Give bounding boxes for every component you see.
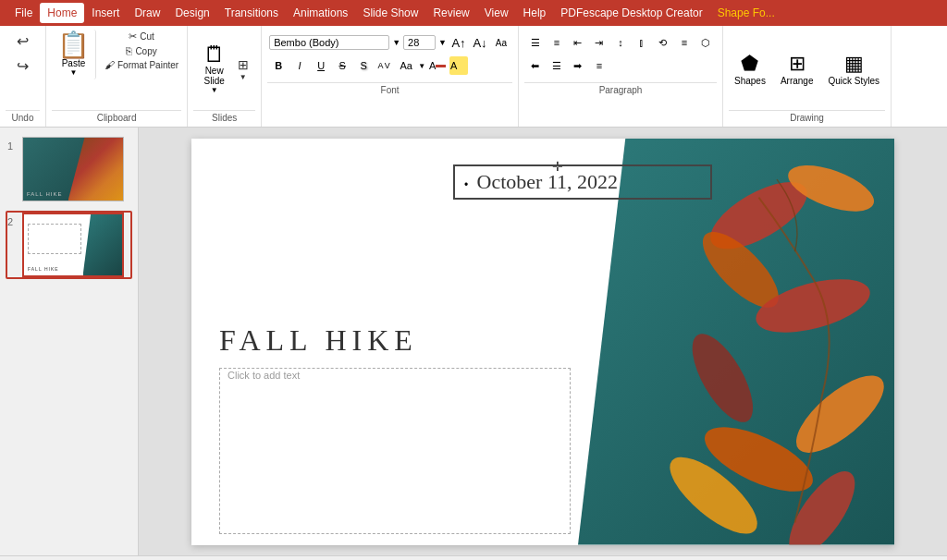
paragraph-row2: ⬅ ☰ ➡ ≡ xyxy=(526,56,715,75)
change-case-dropdown[interactable]: ▼ xyxy=(418,62,425,70)
char-spacing-button[interactable]: AV xyxy=(375,56,394,75)
leaves-decoration xyxy=(578,139,894,545)
slide-thumb-1[interactable]: 1 FALL HIKE xyxy=(6,135,132,203)
drawing-group-label: Drawing xyxy=(729,110,885,123)
menu-animations[interactable]: Animations xyxy=(286,3,355,23)
undo-button[interactable]: ↩ xyxy=(14,30,31,53)
align-right-button[interactable]: ➡ xyxy=(569,56,587,75)
menu-design[interactable]: Design xyxy=(167,3,216,23)
paragraph-row1: ☰ ≡ ⇤ ⇥ ↕ ⫿ ⟲ ≡ ⬡ xyxy=(526,33,715,52)
shadow-button[interactable]: S xyxy=(354,56,373,75)
bold-button[interactable]: B xyxy=(269,56,288,75)
svg-point-4 xyxy=(681,324,765,431)
menu-transitions[interactable]: Transitions xyxy=(217,3,286,23)
text-direction-button[interactable]: ⟲ xyxy=(654,33,672,52)
date-text[interactable]: October 11, 2022 xyxy=(477,170,619,193)
font-group-label: Font xyxy=(267,82,512,95)
increase-indent-button[interactable]: ⇥ xyxy=(590,33,609,52)
decrease-indent-button[interactable]: ⇤ xyxy=(569,33,587,52)
paste-label: Paste xyxy=(62,58,86,68)
quick-styles-button[interactable]: ▦ Quick Styles xyxy=(822,49,885,89)
align-center-button[interactable]: ☰ xyxy=(547,56,566,75)
strikethrough-button[interactable]: S xyxy=(333,56,351,75)
slide-title[interactable]: FALL HIKE xyxy=(219,323,418,358)
numbered-list-button[interactable]: ≡ xyxy=(547,33,566,52)
date-text-box[interactable]: • October 11, 2022 xyxy=(453,164,712,200)
menu-help[interactable]: Help xyxy=(516,3,554,23)
layout-dropdown[interactable]: ▼ xyxy=(240,73,247,81)
quick-styles-icon: ▦ xyxy=(844,52,864,76)
shapes-icon: ⬟ xyxy=(741,52,758,76)
paste-icon: 📋 xyxy=(57,32,90,58)
menu-pdfescape[interactable]: PDFescape Desktop Creator xyxy=(553,3,709,23)
menu-draw[interactable]: Draw xyxy=(127,3,167,23)
text-placeholder: Click to add text xyxy=(220,364,307,386)
undo-group-label: Undo xyxy=(6,110,40,123)
menu-review[interactable]: Review xyxy=(425,3,476,23)
copy-label: Copy xyxy=(135,46,156,56)
font-size-input[interactable] xyxy=(403,35,436,50)
underline-button[interactable]: U xyxy=(312,56,330,75)
slide-thumb-2[interactable]: 2 FALL HIKE xyxy=(6,211,132,279)
text-content-box[interactable]: Click to add text xyxy=(219,368,571,534)
align-text-button[interactable]: ≡ xyxy=(675,33,694,52)
columns-button[interactable]: ⫿ xyxy=(633,33,651,52)
slide-1-image[interactable]: FALL HIKE xyxy=(22,137,124,201)
font-name-row: ▼ ▼ A↑ A↓ Aa xyxy=(269,33,510,52)
paragraph-group-label: Paragraph xyxy=(524,82,717,95)
menu-home[interactable]: Home xyxy=(40,3,84,23)
new-slide-button[interactable]: 🗒 New Slide ▼ xyxy=(198,41,231,97)
canvas-area[interactable]: ✛ • October 11, 2022 FALL HIKE Click to … xyxy=(139,128,947,555)
font-color-button[interactable]: A xyxy=(428,56,447,75)
highlight-color-button[interactable]: A xyxy=(449,56,468,75)
ribbon-group-font: ▼ ▼ A↑ A↓ Aa B I U S S AV Aa ▼ A A xyxy=(262,26,519,127)
slide-2-image[interactable]: FALL HIKE xyxy=(22,213,124,277)
menu-shape-fo[interactable]: Shape Fo... xyxy=(710,3,782,23)
shapes-button[interactable]: ⬟ Shapes xyxy=(729,49,771,89)
cut-button[interactable]: ✂ Cut xyxy=(102,30,181,43)
convert-to-smartart[interactable]: ⬡ xyxy=(696,33,715,52)
justify-button[interactable]: ≡ xyxy=(590,56,609,75)
cut-label: Cut xyxy=(140,31,154,42)
align-left-button[interactable]: ⬅ xyxy=(526,56,545,75)
paste-button[interactable]: 📋 Paste ▼ xyxy=(52,30,96,79)
font-format-row: B I U S S AV Aa ▼ A A xyxy=(269,56,510,75)
font-grow-button[interactable]: A↑ xyxy=(449,33,468,52)
font-name-dropdown[interactable]: ▼ xyxy=(392,38,400,47)
italic-button[interactable]: I xyxy=(290,56,309,75)
format-painter-button[interactable]: 🖌 Format Painter xyxy=(102,58,181,71)
slide-canvas[interactable]: ✛ • October 11, 2022 FALL HIKE Click to … xyxy=(191,139,894,545)
shapes-label: Shapes xyxy=(734,76,766,86)
bullet-icon: • xyxy=(464,178,468,191)
font-name-select[interactable] xyxy=(269,35,389,50)
layout-button[interactable]: ⊞ ▼ xyxy=(235,56,252,82)
slide-panel: 1 FALL HIKE 2 FALL HIKE xyxy=(0,128,139,555)
paste-dropdown[interactable]: ▼ xyxy=(70,68,78,77)
new-slide-dropdown[interactable]: ▼ xyxy=(211,86,218,94)
bullet-list-button[interactable]: ☰ xyxy=(526,33,545,52)
layout-icon: ⊞ xyxy=(238,57,249,72)
change-case-button[interactable]: Aa xyxy=(397,56,415,75)
menu-view[interactable]: View xyxy=(477,3,516,23)
ribbon-group-paragraph: ☰ ≡ ⇤ ⇥ ↕ ⫿ ⟲ ≡ ⬡ ⬅ ☰ ➡ ≡ Paragraph xyxy=(519,26,723,127)
clipboard-group-label: Clipboard xyxy=(52,110,181,123)
menu-slideshow[interactable]: Slide Show xyxy=(355,3,425,23)
arrange-label: Arrange xyxy=(781,76,814,86)
quick-styles-label: Quick Styles xyxy=(828,76,879,86)
menu-file[interactable]: File xyxy=(7,3,40,23)
cut-icon: ✂ xyxy=(129,30,137,43)
font-clear-button[interactable]: Aa xyxy=(492,33,510,52)
font-size-dropdown[interactable]: ▼ xyxy=(438,38,447,47)
menu-insert[interactable]: Insert xyxy=(84,3,127,23)
ribbon: ↩ ↪ Undo 📋 Paste ▼ ✂ Cut ⎘ Copy xyxy=(0,26,947,128)
copy-button[interactable]: ⎘ Copy xyxy=(102,44,181,57)
arrange-button[interactable]: ⊞ Arrange xyxy=(775,49,819,89)
svg-point-5 xyxy=(784,362,894,465)
ribbon-group-slides: 🗒 New Slide ▼ ⊞ ▼ Slides xyxy=(188,26,262,127)
ribbon-group-drawing: ⬟ Shapes ⊞ Arrange ▦ Quick Styles Drawin… xyxy=(723,26,892,127)
redo-button[interactable]: ↪ xyxy=(14,55,31,78)
font-shrink-button[interactable]: A↓ xyxy=(471,33,489,52)
line-spacing-button[interactable]: ↕ xyxy=(611,33,630,52)
slide-1-number: 1 xyxy=(7,140,18,152)
main-content: 1 FALL HIKE 2 FALL HIKE xyxy=(0,128,947,555)
